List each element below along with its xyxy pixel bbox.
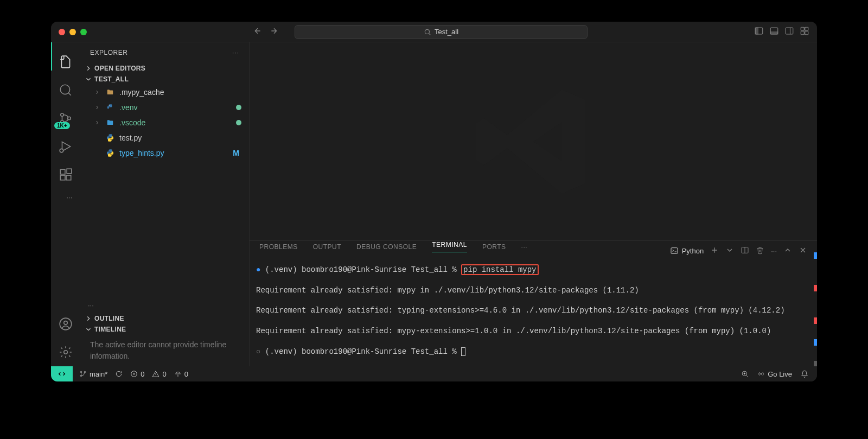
folder-icon: [105, 87, 115, 97]
toggle-primary-sidebar-icon[interactable]: [754, 26, 764, 37]
tree-file-type-hints-py[interactable]: type_hints.py M: [80, 145, 249, 161]
nav-forward-icon[interactable]: [270, 27, 278, 37]
customize-layout-icon[interactable]: [800, 26, 809, 37]
python-file-icon: [105, 148, 115, 158]
svg-rect-18: [60, 175, 65, 180]
activity-source-control[interactable]: 1K+: [51, 104, 80, 132]
tab-debug-console[interactable]: DEBUG CONSOLE: [356, 243, 417, 251]
workspace-section[interactable]: TEST_ALL: [80, 74, 249, 85]
extensions-icon: [59, 168, 73, 182]
svg-rect-9: [801, 31, 804, 35]
bottom-panel: PROBLEMS OUTPUT DEBUG CONSOLE TERMINAL P…: [250, 240, 817, 366]
status-bar: main* 0 0 0 Go Live: [51, 366, 817, 381]
activity-settings[interactable]: [51, 338, 80, 366]
sidebar-overflow[interactable]: ···: [80, 297, 249, 313]
chevron-right-icon: [85, 315, 92, 322]
nav-back-icon[interactable]: [253, 27, 262, 37]
status-warnings[interactable]: 0: [152, 370, 166, 378]
svg-point-24: [109, 105, 110, 105]
tree-folder-vscode[interactable]: .vscode: [80, 115, 249, 130]
chevron-right-icon: [94, 89, 100, 96]
svg-rect-17: [60, 169, 65, 174]
svg-point-21: [60, 318, 72, 330]
chevron-down-icon: [85, 326, 92, 333]
svg-point-11: [60, 85, 69, 94]
git-modified-marker: M: [233, 149, 241, 157]
activity-extensions[interactable]: [51, 161, 80, 189]
svg-point-22: [64, 321, 68, 325]
search-icon: [424, 28, 431, 36]
svg-point-33: [761, 373, 762, 374]
outline-section[interactable]: OUTLINE: [80, 313, 249, 324]
debug-icon: [59, 139, 73, 154]
window-controls: [59, 29, 87, 35]
tab-ports[interactable]: PORTS: [482, 243, 506, 251]
vscode-window: Test_all 1K+: [51, 22, 817, 381]
tree-file-test-py[interactable]: test.py: [80, 130, 249, 145]
status-zoom[interactable]: [741, 370, 749, 378]
activity-explorer[interactable]: [51, 48, 80, 76]
vscode-folder-icon: [105, 118, 115, 128]
svg-rect-2: [755, 28, 758, 34]
status-sync[interactable]: [115, 370, 123, 378]
editor-watermark: [250, 42, 817, 240]
svg-point-23: [64, 351, 68, 354]
open-editors-section[interactable]: OPEN EDITORS: [80, 63, 249, 74]
toggle-secondary-sidebar-icon[interactable]: [784, 26, 794, 37]
svg-rect-19: [66, 175, 71, 180]
chevron-down-icon: [85, 75, 92, 83]
status-errors[interactable]: 0: [130, 370, 144, 378]
vscode-logo-icon: [468, 77, 598, 207]
files-icon: [59, 55, 73, 69]
minimize-window-button[interactable]: [69, 29, 76, 35]
activity-search[interactable]: [51, 76, 80, 104]
activity-overflow[interactable]: ···: [59, 189, 73, 205]
tab-output[interactable]: OUTPUT: [313, 243, 341, 251]
activity-accounts[interactable]: [51, 310, 80, 338]
status-ports[interactable]: 0: [174, 370, 188, 378]
account-icon: [59, 317, 73, 331]
close-window-button[interactable]: [59, 29, 65, 35]
svg-point-30: [84, 371, 85, 372]
timeline-section[interactable]: TIMELINE: [80, 324, 249, 335]
status-branch[interactable]: main*: [79, 370, 107, 378]
editor-area: PROBLEMS OUTPUT DEBUG CONSOLE TERMINAL P…: [250, 42, 817, 366]
remote-indicator[interactable]: [51, 366, 73, 381]
status-notifications[interactable]: [801, 370, 808, 378]
branch-icon: [79, 370, 87, 378]
highlighted-command: pip install mypy: [461, 264, 538, 275]
tree-folder-mypy-cache[interactable]: .mypy_cache: [80, 85, 249, 100]
svg-point-28: [80, 371, 81, 372]
tab-terminal[interactable]: TERMINAL: [432, 241, 467, 252]
svg-point-16: [60, 149, 63, 152]
warning-icon: [152, 370, 159, 378]
panel-tabs-overflow[interactable]: ···: [521, 243, 528, 251]
activity-debug[interactable]: [51, 132, 80, 161]
status-go-live[interactable]: Go Live: [757, 370, 792, 378]
svg-rect-4: [770, 32, 778, 35]
terminal-scrollbar[interactable]: [813, 252, 817, 366]
maximize-window-button[interactable]: [80, 29, 87, 35]
activity-bar: 1K+ ···: [51, 42, 80, 366]
timeline-empty-text: The active editor cannot provide timelin…: [80, 335, 249, 366]
tree-folder-venv[interactable]: .venv: [80, 100, 249, 115]
titlebar: Test_all: [51, 22, 817, 42]
svg-point-12: [61, 113, 63, 116]
gear-icon: [59, 345, 73, 359]
python-folder-icon: [105, 103, 115, 112]
broadcast-icon: [757, 370, 765, 378]
bell-icon: [801, 370, 808, 378]
tab-problems[interactable]: PROBLEMS: [259, 243, 298, 251]
antenna-icon: [174, 370, 182, 378]
terminal-output[interactable]: ● (.venv) boombro190@Pink-Sunrise Test_a…: [250, 252, 817, 366]
svg-rect-10: [805, 31, 808, 35]
git-status-dot: [236, 120, 241, 125]
command-center-text: Test_all: [435, 28, 458, 36]
explorer-more-icon[interactable]: ···: [232, 49, 239, 56]
toggle-panel-icon[interactable]: [769, 26, 779, 37]
git-status-dot: [236, 105, 241, 110]
chevron-right-icon: [94, 104, 100, 111]
svg-rect-8: [805, 27, 808, 30]
svg-point-29: [80, 375, 81, 376]
command-center[interactable]: Test_all: [295, 25, 588, 39]
